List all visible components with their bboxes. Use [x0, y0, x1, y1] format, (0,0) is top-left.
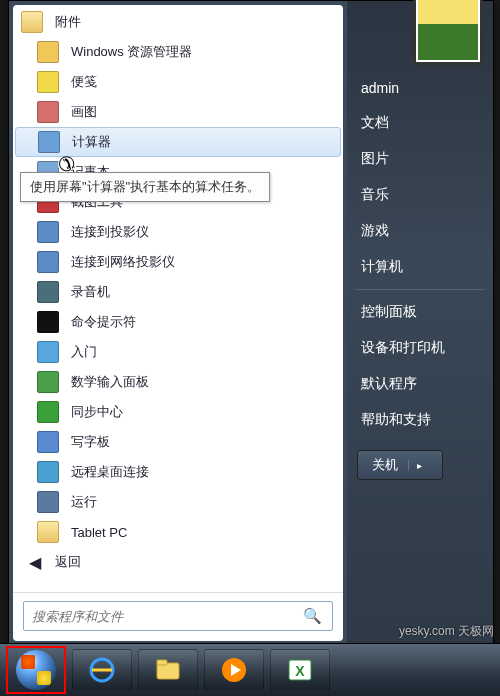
- search-box[interactable]: 🔍: [23, 601, 333, 631]
- program-label: 数学输入面板: [71, 373, 149, 391]
- program-label: 同步中心: [71, 403, 123, 421]
- search-row: 🔍: [13, 592, 343, 641]
- taskbar-excel[interactable]: X: [270, 649, 330, 691]
- folder-accessories[interactable]: 附件: [15, 7, 341, 37]
- cursor-icon: ✆: [58, 152, 75, 176]
- program-item-1[interactable]: 便笺: [15, 67, 341, 97]
- program-label: Windows 资源管理器: [71, 43, 192, 61]
- back-button[interactable]: ◀ 返回: [15, 547, 341, 577]
- program-label: 连接到投影仪: [71, 223, 149, 241]
- user-name[interactable]: admin: [347, 71, 493, 105]
- search-input[interactable]: [24, 609, 293, 624]
- programs-panel: 附件 Windows 资源管理器便笺画图计算器记事本截图工具连接到投影仪连接到网…: [13, 5, 343, 641]
- app-icon: [37, 371, 59, 393]
- right-item[interactable]: 文档: [347, 105, 493, 141]
- right-item[interactable]: 设备和打印机: [347, 330, 493, 366]
- folder-icon: [21, 11, 43, 33]
- right-item[interactable]: 图片: [347, 141, 493, 177]
- user-picture[interactable]: [413, 0, 483, 65]
- subfolder-label: Tablet PC: [71, 525, 127, 540]
- search-icon: 🔍: [293, 607, 332, 625]
- program-label: 便笺: [71, 73, 97, 91]
- app-icon: [37, 491, 59, 513]
- program-label: 命令提示符: [71, 313, 136, 331]
- right-item[interactable]: 默认程序: [347, 366, 493, 402]
- right-panel: admin 文档图片音乐游戏计算机 控制面板设备和打印机默认程序帮助和支持 关机…: [347, 1, 493, 645]
- right-item[interactable]: 控制面板: [347, 294, 493, 330]
- svg-text:X: X: [295, 663, 305, 679]
- program-item-9[interactable]: 命令提示符: [15, 307, 341, 337]
- taskbar: X: [0, 643, 500, 696]
- right-item[interactable]: 帮助和支持: [347, 402, 493, 438]
- shutdown-button[interactable]: 关机 ▸: [357, 450, 443, 480]
- program-item-6[interactable]: 连接到投影仪: [15, 217, 341, 247]
- wmp-icon: [220, 656, 248, 684]
- program-label: 写字板: [71, 433, 110, 451]
- folder-label: 附件: [55, 13, 81, 31]
- watermark: yesky.com 天极网: [399, 623, 494, 640]
- folder-icon: [37, 521, 59, 543]
- program-item-10[interactable]: 入门: [15, 337, 341, 367]
- program-item-7[interactable]: 连接到网络投影仪: [15, 247, 341, 277]
- program-label: 画图: [71, 103, 97, 121]
- app-icon: [37, 461, 59, 483]
- taskbar-explorer[interactable]: [138, 649, 198, 691]
- windows-orb-icon: [16, 650, 56, 690]
- shutdown-arrow-icon[interactable]: ▸: [408, 460, 422, 471]
- shutdown-row: 关机 ▸: [347, 438, 493, 492]
- taskbar-wmp[interactable]: [204, 649, 264, 691]
- start-menu: 附件 Windows 资源管理器便笺画图计算器记事本截图工具连接到投影仪连接到网…: [8, 0, 494, 646]
- right-item[interactable]: 游戏: [347, 213, 493, 249]
- program-item-11[interactable]: 数学输入面板: [15, 367, 341, 397]
- start-button[interactable]: [6, 646, 66, 694]
- program-label: 运行: [71, 493, 97, 511]
- app-icon: [37, 341, 59, 363]
- program-item-13[interactable]: 写字板: [15, 427, 341, 457]
- program-label: 计算器: [72, 133, 111, 151]
- program-item-8[interactable]: 录音机: [15, 277, 341, 307]
- app-icon: [37, 281, 59, 303]
- shutdown-label: 关机: [372, 456, 398, 474]
- app-icon: [37, 431, 59, 453]
- app-icon: [37, 221, 59, 243]
- back-arrow-icon: ◀: [29, 553, 41, 572]
- app-icon: [38, 131, 60, 153]
- back-label: 返回: [55, 553, 81, 571]
- program-label: 录音机: [71, 283, 110, 301]
- program-item-15[interactable]: 运行: [15, 487, 341, 517]
- ie-icon: [88, 656, 116, 684]
- explorer-icon: [154, 656, 182, 684]
- right-item[interactable]: 音乐: [347, 177, 493, 213]
- app-icon: [37, 101, 59, 123]
- program-label: 连接到网络投影仪: [71, 253, 175, 271]
- svg-rect-2: [157, 660, 167, 665]
- program-item-12[interactable]: 同步中心: [15, 397, 341, 427]
- app-icon: [37, 41, 59, 63]
- excel-icon: X: [286, 656, 314, 684]
- separator: [355, 289, 485, 290]
- subfolder-0[interactable]: Tablet PC: [15, 517, 341, 547]
- app-icon: [37, 401, 59, 423]
- program-label: 远程桌面连接: [71, 463, 149, 481]
- programs-list: 附件 Windows 资源管理器便笺画图计算器记事本截图工具连接到投影仪连接到网…: [13, 5, 343, 592]
- tooltip: 使用屏幕"计算器"执行基本的算术任务。: [20, 172, 270, 202]
- taskbar-ie[interactable]: [72, 649, 132, 691]
- right-item[interactable]: 计算机: [347, 249, 493, 285]
- app-icon: [37, 311, 59, 333]
- app-icon: [37, 251, 59, 273]
- program-item-0[interactable]: Windows 资源管理器: [15, 37, 341, 67]
- program-item-2[interactable]: 画图: [15, 97, 341, 127]
- program-item-14[interactable]: 远程桌面连接: [15, 457, 341, 487]
- program-label: 入门: [71, 343, 97, 361]
- app-icon: [37, 71, 59, 93]
